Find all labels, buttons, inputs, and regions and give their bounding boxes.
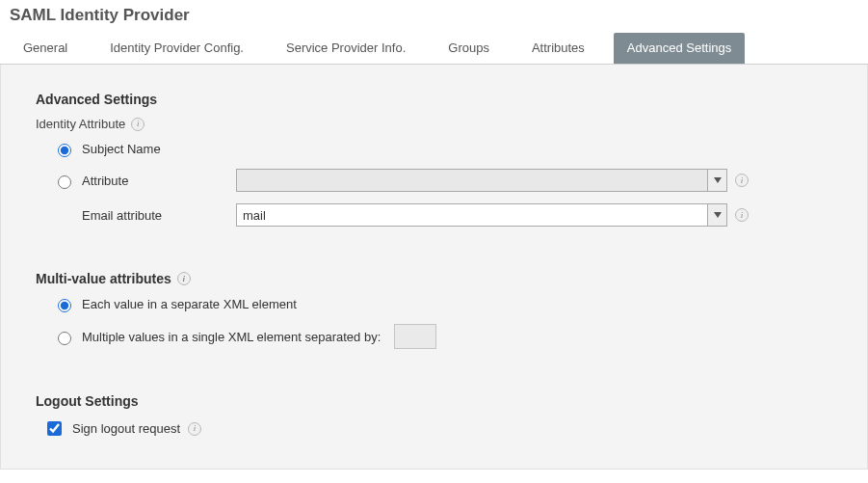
info-icon[interactable]: i bbox=[188, 422, 201, 436]
radio-separate-elements-label[interactable]: Each value in a separate XML element bbox=[82, 297, 297, 311]
tab-service-provider-info[interactable]: Service Provider Info. bbox=[273, 33, 419, 64]
info-icon[interactable]: i bbox=[735, 174, 749, 187]
info-icon[interactable]: i bbox=[177, 272, 191, 285]
email-attribute-label: Email attribute bbox=[82, 208, 162, 223]
radio-attribute-label[interactable]: Attribute bbox=[82, 174, 128, 188]
email-attribute-value: mail bbox=[237, 208, 707, 223]
tab-general[interactable]: General bbox=[10, 33, 81, 64]
tab-identity-provider-config[interactable]: Identity Provider Config. bbox=[96, 33, 257, 64]
email-attribute-select[interactable]: mail bbox=[236, 203, 727, 227]
advanced-settings-panel: Advanced Settings Identity Attribute i S… bbox=[0, 65, 868, 470]
chevron-down-icon bbox=[707, 170, 726, 191]
section-advanced-settings: Advanced Settings bbox=[36, 92, 832, 107]
info-icon[interactable]: i bbox=[735, 208, 749, 222]
checkbox-sign-logout-request-label[interactable]: Sign logout request bbox=[72, 421, 180, 436]
tab-bar: General Identity Provider Config. Servic… bbox=[0, 33, 868, 65]
section-logout-settings-label: Logout Settings bbox=[36, 393, 139, 409]
radio-attribute[interactable] bbox=[58, 175, 71, 189]
radio-single-element[interactable] bbox=[58, 332, 71, 345]
multi-separate-row: Each value in a separate XML element bbox=[53, 296, 832, 312]
radio-single-element-label[interactable]: Multiple values in a single XML element … bbox=[82, 330, 381, 344]
attribute-select[interactable] bbox=[236, 169, 727, 192]
section-multi-value-attributes-label: Multi-value attributes bbox=[36, 271, 171, 286]
identity-attribute-label: Identity Attribute bbox=[36, 117, 125, 131]
info-icon[interactable]: i bbox=[131, 118, 145, 131]
tab-advanced-settings[interactable]: Advanced Settings bbox=[614, 33, 745, 64]
identity-attribute-attribute-row: Attribute i bbox=[53, 169, 832, 192]
radio-subject-name[interactable] bbox=[58, 144, 71, 157]
multi-single-row: Multiple values in a single XML element … bbox=[53, 324, 832, 349]
sign-logout-request-row: Sign logout request i bbox=[43, 418, 832, 439]
section-advanced-settings-label: Advanced Settings bbox=[36, 92, 157, 107]
section-logout-settings: Logout Settings bbox=[36, 393, 832, 409]
tab-attributes[interactable]: Attributes bbox=[518, 33, 598, 64]
page-title: SAML Identity Provider bbox=[0, 0, 868, 33]
identity-attribute-label-row: Identity Attribute i bbox=[36, 117, 832, 131]
radio-separate-elements[interactable] bbox=[58, 299, 71, 312]
tab-groups[interactable]: Groups bbox=[434, 33, 503, 64]
identity-attribute-subject-name-row: Subject Name bbox=[53, 141, 832, 157]
radio-subject-name-label[interactable]: Subject Name bbox=[82, 142, 161, 156]
separator-input[interactable] bbox=[394, 324, 436, 349]
section-multi-value-attributes: Multi-value attributes i bbox=[36, 271, 832, 286]
email-attribute-row: Email attribute mail i bbox=[53, 203, 832, 227]
chevron-down-icon bbox=[707, 204, 726, 226]
checkbox-sign-logout-request[interactable] bbox=[47, 421, 62, 436]
